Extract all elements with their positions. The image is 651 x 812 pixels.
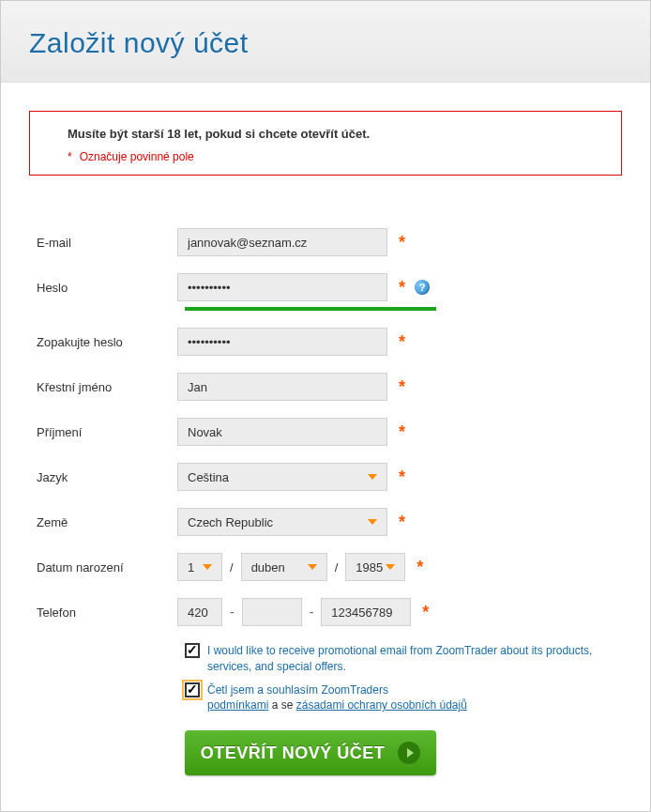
row-language: Jazyk Ceština * <box>29 463 622 491</box>
language-value: Ceština <box>188 470 229 484</box>
language-select[interactable]: Ceština <box>177 463 387 491</box>
row-phone: Telefon - - * <box>29 598 622 626</box>
required-icon: * <box>399 513 405 530</box>
privacy-link[interactable]: zásadami ochrany osobních údajů <box>296 698 467 712</box>
label-first-name: Křestní jméno <box>29 380 177 394</box>
help-icon[interactable]: ? <box>415 280 430 295</box>
required-icon: * <box>399 234 405 251</box>
label-language: Jazyk <box>29 470 177 484</box>
promo-text: I would like to receive promotional emai… <box>207 643 616 675</box>
required-icon: * <box>399 468 405 485</box>
required-icon: * <box>399 279 405 296</box>
dob-year-select[interactable]: 1985 <box>345 553 405 581</box>
terms-prefix: Četl jsem a souhlasím ZoomTraders <box>207 683 388 697</box>
submit-button[interactable]: OTEVŘÍT NOVÝ ÚČET <box>185 730 436 775</box>
chevron-down-icon <box>386 564 395 570</box>
row-email: E-mail * <box>29 228 622 256</box>
row-promo-check: I would like to receive promotional emai… <box>185 643 616 675</box>
arrow-right-icon <box>398 742 420 764</box>
page-title: Založit nový účet <box>29 27 622 59</box>
alert-main-text: Musíte být starší 18 let, pokud si chcet… <box>68 127 602 141</box>
required-icon: * <box>422 604 429 620</box>
required-icon: * <box>399 333 405 350</box>
phone-cc-field[interactable] <box>177 598 222 626</box>
chevron-down-icon <box>203 564 212 570</box>
label-last-name: Příjmení <box>29 425 177 439</box>
country-value: Czech Republic <box>188 515 273 529</box>
dob-separator: / <box>230 560 234 575</box>
required-icon: * <box>416 559 423 575</box>
dob-month-value: duben <box>251 560 285 575</box>
phone-number-field[interactable] <box>321 598 411 626</box>
required-icon: * <box>399 378 405 395</box>
required-icon: * <box>399 423 405 440</box>
label-country: Země <box>29 515 177 529</box>
label-password-repeat: Zopakujte heslo <box>29 335 177 349</box>
chevron-down-icon <box>368 519 377 525</box>
row-terms-check: Četl jsem a souhlasím ZoomTraders podmín… <box>185 682 616 714</box>
dob-month-select[interactable]: duben <box>241 553 327 581</box>
dob-day-value: 1 <box>188 560 194 575</box>
form-content: Musíte být starší 18 let, pokud si chcet… <box>1 83 650 804</box>
page-header: Založit nový účet <box>1 1 650 83</box>
first-name-field[interactable] <box>177 373 387 401</box>
row-last-name: Příjmení * <box>29 418 622 446</box>
password-field[interactable] <box>177 273 387 301</box>
terms-mid: a se <box>268 698 295 712</box>
password-strength-bar <box>185 307 436 311</box>
phone-separator: - <box>310 605 314 620</box>
label-dob: Datum narození <box>29 560 177 575</box>
label-password: Heslo <box>29 281 177 295</box>
dob-day-select[interactable]: 1 <box>177 553 222 581</box>
chevron-down-icon <box>368 474 377 480</box>
terms-checkbox[interactable] <box>185 682 200 697</box>
row-password-repeat: Zopakujte heslo * <box>29 328 622 356</box>
submit-label: OTEVŘÍT NOVÝ ÚČET <box>201 743 386 763</box>
row-country: Země Czech Republic * <box>29 508 622 536</box>
password-repeat-field[interactable] <box>177 328 387 356</box>
chevron-down-icon <box>308 564 317 570</box>
terms-link[interactable]: podmínkami <box>207 698 268 712</box>
label-phone: Telefon <box>29 605 177 620</box>
terms-text: Četl jsem a souhlasím ZoomTraders podmín… <box>207 682 467 714</box>
country-select[interactable]: Czech Republic <box>177 508 387 536</box>
email-field[interactable] <box>177 228 387 256</box>
alert-box: Musíte být starší 18 let, pokud si chcet… <box>29 111 622 176</box>
alert-required-note: *Označuje povinné pole <box>68 150 602 163</box>
label-email: E-mail <box>29 236 177 250</box>
row-first-name: Křestní jméno * <box>29 373 622 401</box>
alert-required-text: Označuje povinné pole <box>80 150 194 163</box>
row-password: Heslo * ? <box>29 273 622 301</box>
promo-checkbox[interactable] <box>185 643 200 658</box>
phone-separator: - <box>230 605 235 620</box>
phone-area-field[interactable] <box>242 598 302 626</box>
dob-separator: / <box>335 560 339 575</box>
row-dob: Datum narození 1 / duben / 1985 * <box>29 553 622 581</box>
dob-year-value: 1985 <box>356 560 383 575</box>
asterisk-icon: * <box>68 150 72 163</box>
last-name-field[interactable] <box>177 418 387 446</box>
